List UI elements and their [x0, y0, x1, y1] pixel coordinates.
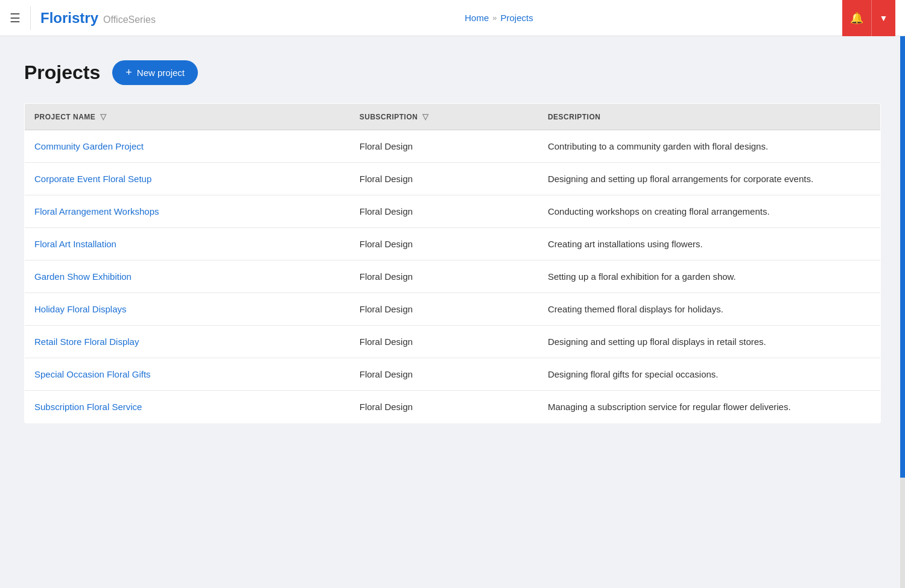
table-row: Subscription Floral ServiceFloral Design…: [25, 391, 881, 423]
table-row: Floral Arrangement WorkshopsFloral Desig…: [25, 195, 881, 228]
scroll-thumb: [900, 36, 905, 478]
notification-bell-button[interactable]: 🔔: [842, 0, 871, 36]
project-name-link[interactable]: Holiday Floral Displays: [34, 304, 127, 314]
subscription-cell: Floral Design: [350, 228, 538, 261]
series-name: OfficeSeries: [103, 14, 156, 25]
description-cell: Conducting workshops on creating floral …: [538, 195, 881, 228]
breadcrumb: Home » Projects: [156, 13, 842, 23]
project-name-cell: Special Occasion Floral Gifts: [25, 358, 350, 391]
table-row: Floral Art InstallationFloral DesignCrea…: [25, 228, 881, 261]
plus-icon: +: [125, 66, 132, 79]
project-name-cell: Corporate Event Floral Setup: [25, 163, 350, 195]
scroll-indicator: [900, 36, 905, 588]
header-divider: [30, 6, 31, 30]
project-name-link[interactable]: Garden Show Exhibition: [34, 271, 132, 282]
bell-icon: 🔔: [850, 11, 863, 25]
project-name-link[interactable]: Corporate Event Floral Setup: [34, 174, 151, 184]
project-name-link[interactable]: Floral Art Installation: [34, 239, 116, 249]
table-body: Community Garden ProjectFloral DesignCon…: [25, 130, 881, 423]
header-actions: 🔔 ▼: [842, 0, 895, 36]
table-header: PROJECT NAME ▽ SUBSCRIPTION ▽ DESCRIPTIO…: [25, 104, 881, 130]
filter-icon-subscription[interactable]: ▽: [422, 112, 429, 121]
new-project-button[interactable]: + New project: [112, 60, 198, 85]
project-name-cell: Community Garden Project: [25, 130, 350, 163]
description-cell: Designing and setting up floral displays…: [538, 326, 881, 358]
table-row: Retail Store Floral DisplayFloral Design…: [25, 326, 881, 358]
table-row: Community Garden ProjectFloral DesignCon…: [25, 130, 881, 163]
column-header-subscription: SUBSCRIPTION ▽: [350, 104, 538, 130]
brand-name: Floristry: [40, 10, 98, 27]
project-name-cell: Retail Store Floral Display: [25, 326, 350, 358]
description-cell: Creating art installations using flowers…: [538, 228, 881, 261]
subscription-cell: Floral Design: [350, 358, 538, 391]
project-name-cell: Garden Show Exhibition: [25, 261, 350, 293]
filter-icon-project[interactable]: ▽: [100, 112, 107, 121]
description-cell: Designing floral gifts for special occas…: [538, 358, 881, 391]
table-row: Holiday Floral DisplaysFloral DesignCrea…: [25, 293, 881, 326]
subscription-cell: Floral Design: [350, 293, 538, 326]
subscription-cell: Floral Design: [350, 195, 538, 228]
project-name-cell: Subscription Floral Service: [25, 391, 350, 423]
subscription-cell: Floral Design: [350, 326, 538, 358]
description-cell: Creating themed floral displays for holi…: [538, 293, 881, 326]
app-header: ☰ Floristry OfficeSeries Home » Projects…: [0, 0, 905, 36]
description-cell: Setting up a floral exhibition for a gar…: [538, 261, 881, 293]
table-row: Special Occasion Floral GiftsFloral Desi…: [25, 358, 881, 391]
new-project-label: New project: [137, 68, 185, 78]
description-cell: Contributing to a community garden with …: [538, 130, 881, 163]
project-name-link[interactable]: Special Occasion Floral Gifts: [34, 369, 151, 379]
table-row: Corporate Event Floral SetupFloral Desig…: [25, 163, 881, 195]
breadcrumb-current: Projects: [500, 13, 533, 23]
project-name-cell: Floral Art Installation: [25, 228, 350, 261]
chevron-down-icon: ▼: [880, 13, 888, 23]
breadcrumb-separator: »: [492, 13, 497, 22]
breadcrumb-home[interactable]: Home: [465, 13, 489, 23]
hamburger-menu-icon[interactable]: ☰: [10, 12, 21, 24]
project-name-link[interactable]: Floral Arrangement Workshops: [34, 206, 159, 217]
subscription-cell: Floral Design: [350, 130, 538, 163]
project-name-link[interactable]: Retail Store Floral Display: [34, 337, 139, 347]
description-cell: Managing a subscription service for regu…: [538, 391, 881, 423]
user-dropdown-button[interactable]: ▼: [871, 0, 895, 36]
project-name-link[interactable]: Subscription Floral Service: [34, 402, 142, 412]
main-content: Projects + New project PROJECT NAME ▽ SU…: [0, 36, 905, 588]
column-header-project-name: PROJECT NAME ▽: [25, 104, 350, 130]
subscription-cell: Floral Design: [350, 391, 538, 423]
description-cell: Designing and setting up floral arrangem…: [538, 163, 881, 195]
project-name-cell: Floral Arrangement Workshops: [25, 195, 350, 228]
projects-table: PROJECT NAME ▽ SUBSCRIPTION ▽ DESCRIPTIO…: [24, 103, 881, 423]
page-title: Projects: [24, 62, 100, 84]
subscription-cell: Floral Design: [350, 261, 538, 293]
table-header-row: PROJECT NAME ▽ SUBSCRIPTION ▽ DESCRIPTIO…: [25, 104, 881, 130]
app-logo: Floristry OfficeSeries: [40, 10, 156, 27]
column-header-description: DESCRIPTION: [538, 104, 881, 130]
subscription-cell: Floral Design: [350, 163, 538, 195]
project-name-cell: Holiday Floral Displays: [25, 293, 350, 326]
table-row: Garden Show ExhibitionFloral DesignSetti…: [25, 261, 881, 293]
project-name-link[interactable]: Community Garden Project: [34, 141, 144, 151]
page-title-row: Projects + New project: [24, 60, 881, 85]
